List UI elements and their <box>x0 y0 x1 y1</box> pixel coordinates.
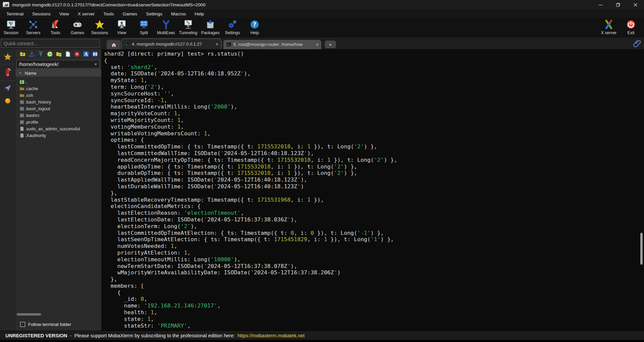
new-tab-button[interactable]: + <box>325 41 336 48</box>
terminal-line: syncSourceId: -1, <box>104 97 644 104</box>
splitview-icon <box>92 51 98 59</box>
menu-view[interactable]: View <box>55 10 73 17</box>
terminal-tab-icon <box>124 42 130 47</box>
orange-ball-button[interactable] <box>0 95 15 107</box>
sessions-button[interactable]: Sessions <box>89 18 111 37</box>
terminal-line: shard2 [direct: primary] test> rs.status… <box>104 51 644 57</box>
download-button[interactable] <box>27 51 36 59</box>
file-name: .bash_logout <box>25 106 50 111</box>
tab-close-icon[interactable]: × <box>316 42 319 47</box>
settings-icon <box>227 19 237 29</box>
menu-macros[interactable]: Macros <box>167 10 190 17</box>
terminal-line: numVotesNeeded: 1, <box>104 243 644 250</box>
delete-button[interactable] <box>72 51 82 59</box>
status-message: Please support MobaXterm by subscribing … <box>74 333 237 338</box>
paperclip-icon[interactable] <box>633 39 641 48</box>
terminal-line: myState: 1, <box>104 77 644 84</box>
file-row[interactable]: .bash_history <box>19 98 101 105</box>
file-name: .ssh <box>25 93 33 98</box>
tab-close-icon[interactable]: × <box>216 42 218 47</box>
quick-connect-input[interactable] <box>1 39 100 48</box>
terminal-line: lastSeenOpTimeAtElection: { ts: Timestam… <box>104 236 644 243</box>
packages-button[interactable]: Packages <box>199 18 221 37</box>
file-name: .. <box>25 79 28 84</box>
terminal-line: optimes: { <box>104 137 644 143</box>
terminal-line: state: 1, <box>104 316 644 323</box>
paper-plane-button[interactable] <box>0 81 15 95</box>
toolbar-button-label: Games <box>71 30 84 35</box>
close-button[interactable] <box>627 0 644 9</box>
delete-icon <box>74 51 80 59</box>
servers-button[interactable]: Servers <box>22 18 44 37</box>
terminal-line: appliedOpTime: { ts: Timestamp({ t: 1715… <box>104 163 644 170</box>
follow-terminal-folder-checkbox[interactable] <box>20 322 25 327</box>
plain-file-icon <box>19 126 24 131</box>
file-row[interactable]: .cache <box>19 85 101 92</box>
menu-sessions[interactable]: Sessions <box>28 10 55 17</box>
terminal[interactable]: shard2 [direct: primary] test> rs.status… <box>101 49 644 331</box>
file-row[interactable]: .bash_logout <box>19 105 101 112</box>
x-server-button[interactable]: X server <box>598 18 620 37</box>
toolbar-button-label: X server <box>601 30 617 35</box>
follow-terminal-folder-label[interactable]: Follow terminal folder <box>28 322 71 327</box>
menu-tools[interactable]: Tools <box>99 10 118 17</box>
toolbar-button-label: MultiExec <box>157 30 175 35</box>
file-row[interactable]: .. <box>19 78 101 85</box>
exit-button[interactable]: Exit <box>620 18 642 37</box>
new-folder-button[interactable] <box>54 51 63 59</box>
paper-plane-icon <box>3 84 12 92</box>
terminal-line: set: 'shard2', <box>104 64 644 71</box>
split-button[interactable]: Split <box>133 18 155 37</box>
knife-button[interactable] <box>0 64 15 80</box>
path-select[interactable]: /home/howtogeek/ ▼ <box>16 60 100 68</box>
toolbar-button-label: Tunneling <box>179 30 197 35</box>
help-button[interactable]: ?Help <box>244 18 266 37</box>
file-row[interactable]: .bashrc <box>19 112 101 119</box>
splitview-button[interactable] <box>91 51 100 59</box>
window-title: mongosh mongodb://127.0.0.1:27017/?direc… <box>12 2 206 7</box>
file-row[interactable]: .sudo_as_admin_successful <box>19 125 101 132</box>
folder-up-button[interactable] <box>18 51 27 59</box>
unregistered-version-label: UNREGISTERED VERSION <box>5 333 67 338</box>
mobatek-link[interactable]: https://mobaxterm.mobatek.net <box>237 333 305 338</box>
terminal-line: readConcernMajorityOpTime: { ts: Timesta… <box>104 157 644 163</box>
tunneling-button[interactable]: Tunneling <box>177 18 199 37</box>
home-tab[interactable] <box>107 40 121 49</box>
menu-terminal[interactable]: Terminal <box>2 10 28 17</box>
session-button[interactable]: Session <box>0 18 22 37</box>
packages-icon <box>205 19 215 29</box>
menu-settings[interactable]: Settings <box>142 10 167 17</box>
refresh-icon <box>47 51 53 59</box>
font-icon: A <box>83 51 89 59</box>
knife-icon <box>4 67 11 77</box>
new-file-button[interactable] <box>63 51 72 59</box>
terminal-line: priorityAtElection: 1, <box>104 250 644 256</box>
multiexec-button[interactable]: MultiExec <box>155 18 177 37</box>
file-browser-toolbar: A <box>15 49 101 59</box>
toolbar-button-label: Exit <box>628 30 635 35</box>
file-row[interactable]: .Xauthority <box>19 132 101 139</box>
terminal-tab-1[interactable]: 4. mongosh mongodb://127.0.0.1:27× <box>121 39 221 49</box>
name-column-header[interactable]: ▼ Name <box>15 69 101 77</box>
star-button[interactable] <box>0 49 15 64</box>
minimize-button[interactable] <box>592 0 609 9</box>
font-button[interactable]: A <box>82 51 91 59</box>
upload-button[interactable] <box>36 51 45 59</box>
terminal-line: _id: 0, <box>104 296 644 302</box>
refresh-button[interactable] <box>45 51 54 59</box>
terminal-line: { <box>104 57 644 64</box>
settings-button[interactable]: Settings <box>221 18 244 37</box>
restore-button[interactable] <box>609 0 627 9</box>
terminal-line: lastStableRecoveryTimestamp: Timestamp({… <box>104 197 644 203</box>
menu-games[interactable]: Games <box>118 10 142 17</box>
horizontal-scrollbar[interactable] <box>17 313 99 316</box>
terminal-tab-2[interactable]: 5. root@moongo-router: /home/how× <box>223 40 321 49</box>
menu-x-server[interactable]: X server <box>73 10 99 17</box>
tools-button[interactable]: Tools <box>44 18 66 37</box>
file-row[interactable]: .ssh <box>19 92 101 98</box>
file-row[interactable]: .profile <box>19 119 101 125</box>
games-button[interactable]: Games <box>66 18 89 37</box>
terminal-scrollbar[interactable] <box>640 233 643 265</box>
view-button[interactable]: View <box>111 18 133 37</box>
menu-help[interactable]: Help <box>190 10 208 17</box>
